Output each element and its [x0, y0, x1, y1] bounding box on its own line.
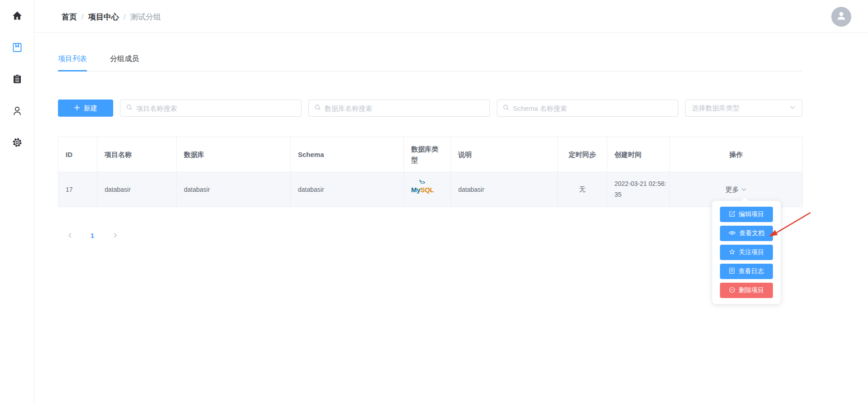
sidebar-item-settings[interactable]	[12, 138, 23, 149]
database-search-box	[308, 100, 490, 117]
table-row: 17 databasir databasir databasir	[58, 172, 803, 207]
column-header-actions: 操作	[670, 137, 803, 172]
view-logs-button[interactable]: 查看日志	[720, 264, 773, 279]
tab-project-list[interactable]: 项目列表	[58, 54, 87, 71]
breadcrumb-separator: /	[77, 13, 88, 22]
user-avatar-icon	[835, 10, 847, 24]
chevron-down-icon	[741, 186, 747, 194]
create-button[interactable]: 新建	[58, 100, 113, 117]
avatar[interactable]	[831, 7, 851, 27]
column-header-schema: Schema	[291, 137, 404, 172]
breadcrumb-project-center[interactable]: 项目中心	[88, 12, 119, 22]
eye-icon	[729, 230, 736, 237]
sidebar-item-home[interactable]	[12, 11, 23, 22]
delete-project-button[interactable]: 删除项目	[720, 283, 773, 298]
edit-project-button[interactable]: 编辑项目	[720, 207, 773, 222]
pagination: 1	[63, 229, 802, 242]
mysql-dolphin-icon	[418, 179, 428, 188]
search-icon	[314, 104, 321, 113]
page-number[interactable]: 1	[86, 229, 99, 242]
log-icon	[729, 267, 735, 275]
schema-search-input[interactable]	[513, 104, 672, 112]
cell-name: databasir	[97, 172, 177, 207]
cell-schema: databasir	[291, 172, 404, 207]
sidebar	[0, 0, 34, 403]
page: 首页 / 项目中心 / 测试分组 项目列表 分组成员	[0, 0, 868, 403]
sidebar-item-users[interactable]	[12, 106, 23, 117]
gear-icon	[12, 137, 23, 150]
menu-item-label: 查看文档	[739, 229, 765, 237]
cell-db-type: MySQL	[404, 172, 451, 207]
plus-icon	[74, 104, 80, 112]
chevron-down-icon	[790, 104, 796, 112]
create-button-label: 新建	[84, 104, 97, 113]
more-actions-label: 更多	[725, 185, 739, 194]
user-icon	[12, 105, 23, 118]
clipboard-icon	[12, 74, 23, 86]
mysql-logo: MySQL	[411, 186, 434, 194]
menu-item-label: 查看日志	[739, 267, 764, 275]
search-icon	[503, 104, 509, 113]
menu-item-label: 编辑项目	[739, 210, 764, 218]
database-type-select-value: 选择数据库类型	[692, 104, 739, 113]
more-actions-trigger[interactable]: 更多	[725, 185, 747, 194]
home-icon	[12, 10, 23, 23]
column-header-sync: 定时同步	[558, 137, 607, 172]
topbar: 首页 / 项目中心 / 测试分组	[34, 0, 868, 33]
toolbar: 新建	[58, 100, 802, 117]
cell-sync: 无	[558, 172, 607, 207]
cell-description: databasir	[451, 172, 558, 207]
breadcrumb: 首页 / 项目中心 / 测试分组	[62, 12, 161, 22]
breadcrumb-separator: /	[119, 13, 130, 22]
project-search-box	[120, 100, 302, 117]
follow-project-button[interactable]: 关注项目	[720, 245, 773, 260]
star-icon	[729, 249, 735, 256]
schema-search-box	[497, 100, 678, 117]
breadcrumb-home[interactable]: 首页	[62, 12, 77, 22]
column-header-id: ID	[58, 137, 97, 172]
tab-group-members[interactable]: 分组成员	[110, 54, 139, 71]
column-header-created-at: 创建时间	[607, 137, 670, 172]
column-header-description: 说明	[451, 137, 558, 172]
menu-item-label: 关注项目	[739, 248, 764, 256]
book-icon	[12, 42, 23, 55]
column-header-db-type: 数据库类型	[404, 137, 451, 172]
tab-bar: 项目列表 分组成员	[58, 54, 802, 71]
cell-created-at: 2022-03-21 02:56:35	[607, 172, 670, 207]
previous-page-button[interactable]	[63, 229, 76, 242]
column-header-database: 数据库	[177, 137, 291, 172]
view-document-button[interactable]: 查看文档	[720, 226, 773, 241]
cell-id: 17	[58, 172, 97, 207]
column-header-name: 项目名称	[97, 137, 177, 172]
minus-circle-icon	[729, 287, 735, 294]
table-header-row: ID 项目名称 数据库 Schema 数据库类型 说明 定时同步 创建时间 操作	[58, 137, 803, 172]
project-search-input[interactable]	[136, 104, 296, 112]
next-page-button[interactable]	[109, 229, 121, 242]
sidebar-item-logs[interactable]	[12, 75, 23, 85]
cell-database: databasir	[177, 172, 291, 207]
breadcrumb-current: 测试分组	[130, 12, 161, 22]
sidebar-item-projects[interactable]	[12, 43, 23, 54]
menu-item-label: 删除项目	[739, 286, 764, 294]
database-type-select[interactable]: 选择数据库类型	[685, 100, 802, 117]
database-search-input[interactable]	[325, 104, 484, 112]
projects-table: ID 项目名称 数据库 Schema 数据库类型 说明 定时同步 创建时间 操作…	[58, 137, 803, 207]
row-action-menu: 编辑项目 查看文档 关注项目	[712, 200, 781, 304]
edit-icon	[729, 211, 735, 218]
search-icon	[126, 104, 133, 113]
